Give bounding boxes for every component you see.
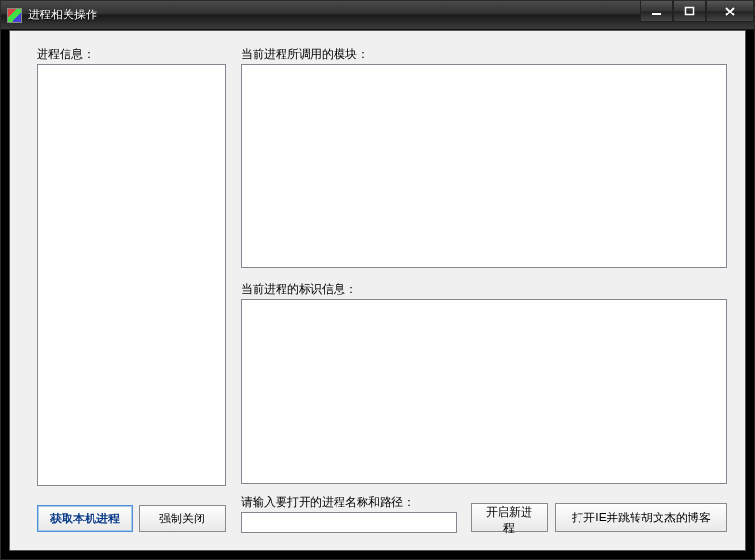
window-controls [640,1,754,22]
process-listbox[interactable] [37,64,226,486]
id-info-label: 当前进程的标识信息： [241,281,357,298]
window-title: 进程相关操作 [28,7,97,23]
client-area: 进程信息： 当前进程所调用的模块： 当前进程的标识信息： 请输入要打开的进程名称… [9,30,746,551]
id-info-listbox[interactable] [241,299,727,484]
process-info-label: 进程信息： [37,46,94,63]
process-path-input[interactable] [241,512,457,533]
get-processes-button[interactable]: 获取本机进程 [37,505,133,532]
modules-listbox[interactable] [241,64,727,268]
titlebar[interactable]: 进程相关操作 [1,1,754,30]
svg-rect-0 [652,13,661,15]
form-body: 进程信息： 当前进程所调用的模块： 当前进程的标识信息： 请输入要打开的进程名称… [10,31,745,550]
force-close-button[interactable]: 强制关闭 [139,505,226,532]
maximize-button[interactable] [673,1,706,22]
svg-rect-1 [686,7,694,14]
minimize-icon [651,6,662,17]
modules-label: 当前进程所调用的模块： [241,46,368,63]
open-new-process-button[interactable]: 开启新进程 [471,503,548,532]
input-prompt-label: 请输入要打开的进程名称和路径： [241,494,415,511]
maximize-icon [684,6,695,17]
minimize-button[interactable] [640,1,673,22]
close-button[interactable] [706,1,754,22]
open-ie-blog-button[interactable]: 打开IE并跳转胡文杰的博客 [555,503,727,532]
window-frame: 进程相关操作 进程信息： 当前进程所调用的模块： 当前进程的标识信息： 请输入要… [0,0,755,560]
app-icon [7,8,22,23]
close-icon [723,6,737,17]
